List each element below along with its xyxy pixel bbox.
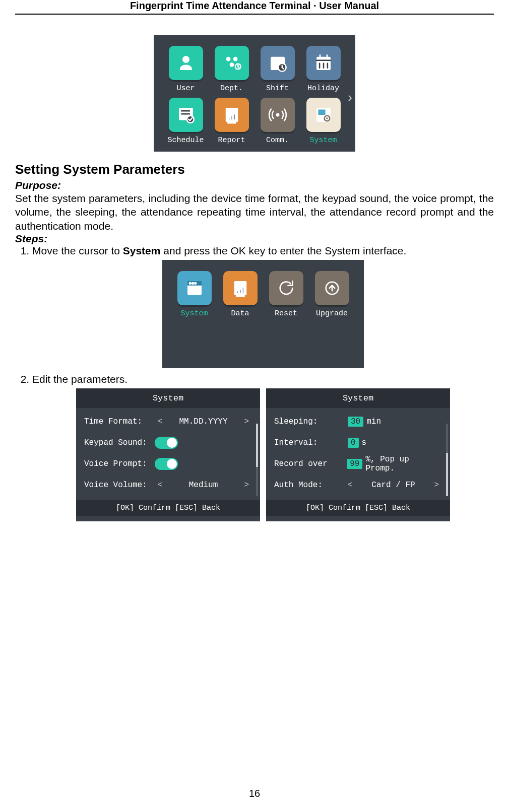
menu-tile-label: User — [167, 84, 205, 93]
svg-point-2 — [233, 57, 237, 61]
menu-tile-dept[interactable]: Dept. — [213, 46, 250, 93]
system-submenu-screenshot: SystemDataResetUpgrade — [162, 260, 364, 368]
setting-row[interactable]: Voice Prompt: — [84, 457, 252, 470]
step-2: Edit the parameters. System Time Format:… — [32, 373, 494, 521]
setting-suffix: min — [366, 417, 381, 426]
svg-point-1 — [226, 57, 230, 61]
setting-value: Card / FP — [356, 481, 431, 490]
svg-rect-36 — [242, 287, 244, 293]
menu-tile-label: Report — [213, 136, 250, 145]
menu-tile-label: Dept. — [213, 84, 250, 93]
svg-rect-22 — [227, 122, 236, 124]
page-number: 16 — [0, 788, 509, 799]
svg-rect-25 — [318, 110, 325, 115]
clock-icon — [261, 46, 295, 80]
panel-title: System — [266, 388, 450, 408]
step-1-post: and press the OK key to enter the System… — [160, 245, 406, 256]
setting-label: Interval: — [274, 438, 345, 447]
svg-rect-19 — [228, 117, 230, 120]
svg-point-27 — [326, 117, 328, 119]
menu-tile-shift[interactable]: Shift — [259, 46, 296, 93]
menu-tile-label: System — [175, 309, 213, 318]
report-icon — [215, 98, 249, 132]
page-header: Fingerprint Time Attendance Terminal · U… — [15, 0, 494, 15]
chevron-left-icon[interactable]: < — [155, 417, 166, 426]
scrollbar[interactable] — [256, 424, 258, 496]
group-icon — [215, 46, 249, 80]
chevron-left-icon[interactable]: < — [345, 481, 356, 490]
menu-tile-user[interactable]: User — [167, 46, 205, 93]
step-1-pre: Move the cursor to — [32, 245, 123, 256]
setting-suffix: s — [362, 438, 367, 447]
schedule-icon — [169, 98, 203, 132]
menu-tile-label: Comm. — [259, 136, 296, 145]
step-1: Move the cursor to System and press the … — [32, 245, 494, 368]
up-icon — [315, 271, 349, 305]
menu-tile-label: Upgrade — [313, 309, 351, 318]
menu-tile-report[interactable]: Report — [213, 98, 250, 145]
svg-point-31 — [192, 283, 194, 284]
system-panel-left: System Time Format:<MM.DD.YYYY>Keypad So… — [76, 388, 260, 521]
svg-point-3 — [229, 62, 234, 67]
svg-rect-21 — [233, 114, 235, 120]
svg-point-23 — [276, 113, 279, 117]
menu-tile-holiday[interactable]: Holiday — [304, 46, 342, 93]
chevron-left-icon[interactable]: < — [155, 481, 166, 490]
menu-tile-label: Schedule — [167, 136, 205, 145]
setting-row[interactable]: Record over99%, Pop up Promp. — [274, 457, 442, 470]
chevron-right-icon: › — [348, 90, 352, 105]
steps-heading: Steps: — [15, 233, 494, 245]
setting-suffix: %, Pop up Promp. — [365, 455, 442, 473]
setting-value[interactable]: 30 — [348, 417, 363, 427]
menu-tile-label: Holiday — [304, 84, 342, 93]
toggle-switch[interactable] — [155, 437, 178, 449]
chevron-right-icon[interactable]: > — [431, 481, 442, 490]
panel-footer: [OK] Confirm [ESC] Back — [266, 500, 450, 516]
menu-tile-schedule[interactable]: Schedule — [167, 98, 205, 145]
setting-label: Keypad Sound: — [84, 438, 155, 447]
menu-tile-system[interactable]: System — [175, 271, 213, 318]
setting-label: Voice Volume: — [84, 481, 155, 490]
purpose-body: Set the system parameters, including the… — [15, 191, 494, 233]
menu-tile-label: Shift — [259, 84, 296, 93]
setting-label: Time Format: — [84, 417, 155, 426]
chevron-right-icon[interactable]: > — [241, 481, 252, 490]
svg-point-0 — [182, 56, 189, 63]
menu-tile-label: System — [304, 136, 342, 145]
setting-row[interactable]: Auth Mode:<Card / FP> — [274, 479, 442, 492]
svg-rect-35 — [239, 289, 241, 294]
setting-row[interactable]: Time Format:<MM.DD.YYYY> — [84, 415, 252, 428]
setting-row[interactable]: Sleeping:30min — [274, 415, 442, 428]
chevron-right-icon[interactable]: > — [241, 417, 252, 426]
menu-tile-comm[interactable]: Comm. — [259, 98, 296, 145]
toggle-switch[interactable] — [155, 458, 178, 470]
menu-tile-reset[interactable]: Reset — [267, 271, 305, 318]
scrollbar[interactable] — [446, 424, 448, 496]
svg-rect-20 — [231, 116, 233, 120]
panel-title: System — [76, 388, 260, 408]
step-1-strong: System — [123, 245, 161, 256]
menu-tile-system[interactable]: System — [304, 98, 342, 145]
window-icon — [177, 271, 212, 305]
setting-label: Voice Prompt: — [84, 459, 155, 468]
setting-label: Record over — [274, 459, 344, 468]
wave-icon — [261, 98, 295, 132]
setting-value[interactable]: 99 — [347, 459, 362, 469]
menu-tile-upgrade[interactable]: Upgrade — [313, 271, 351, 318]
svg-point-30 — [189, 283, 190, 284]
setting-row[interactable]: Voice Volume:<Medium> — [84, 479, 252, 492]
menu-tile-label: Data — [221, 309, 259, 318]
reset-icon — [269, 271, 303, 305]
setting-row[interactable]: Keypad Sound: — [84, 436, 252, 449]
gear-icon — [306, 98, 341, 132]
report-icon — [223, 271, 258, 305]
setting-label: Auth Mode: — [274, 481, 345, 490]
menu-tile-data[interactable]: Data — [221, 271, 259, 318]
main-menu-screenshot: UserDept.ShiftHolidayScheduleReportComm.… — [154, 35, 355, 152]
setting-value: MM.DD.YYYY — [166, 417, 241, 426]
svg-rect-34 — [237, 291, 239, 293]
step-2-text: Edit the parameters. — [32, 373, 128, 385]
person-icon — [169, 46, 203, 80]
setting-value[interactable]: 0 — [348, 438, 359, 448]
setting-row[interactable]: Interval:0s — [274, 436, 442, 449]
